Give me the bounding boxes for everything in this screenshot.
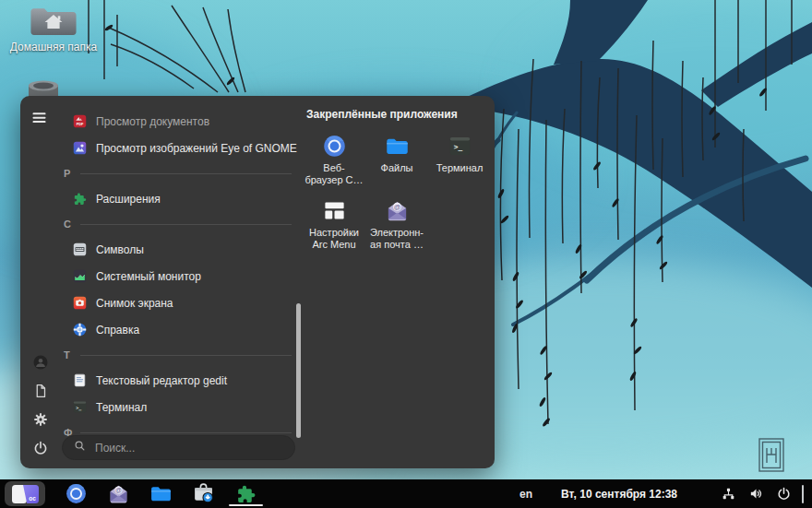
files-icon: [385, 134, 410, 159]
chromium-icon: [322, 134, 347, 159]
user-avatar-button[interactable]: [32, 354, 49, 371]
pinned-apps-title: Закреплённые приложения: [303, 108, 489, 121]
pinned-app-label: Электронн-ая почта …: [370, 227, 424, 251]
pinned-app-label: Файлы: [381, 162, 413, 174]
app-list: PDFПросмотр документовПросмотр изображен…: [61, 108, 299, 444]
pinned-app-label: Веб-браузер C…: [304, 162, 363, 186]
taskbar-app-chromium[interactable]: [65, 480, 88, 507]
terminal-icon: >_: [448, 134, 472, 159]
pinned-app-terminal[interactable]: >_Терминал: [428, 129, 491, 194]
menu-app-gedit[interactable]: Текстовый редактор gedit: [61, 367, 299, 394]
arc-menu: PDFПросмотр документовПросмотр изображен…: [20, 96, 495, 468]
taskbar-right: en Вт, 10 сентября 12:38: [519, 485, 812, 503]
arcmenu-icon: [322, 198, 347, 223]
power-icon[interactable]: [776, 486, 792, 502]
menu-app-help[interactable]: Справка: [61, 316, 299, 343]
svg-text:@: @: [115, 487, 122, 493]
svg-text:PDF: PDF: [77, 123, 84, 126]
home-folder-icon: [7, 6, 100, 37]
menu-app-label: Расширения: [96, 193, 161, 206]
desktop: Домашняя папка PDFПросмотр документовПро…: [0, 0, 812, 508]
pinned-apps-grid: Веб-браузер C…Файлы>_ТерминалНастройкиAr…: [303, 129, 489, 258]
pinned-app-email[interactable]: @Электронн-ая почта …: [365, 194, 428, 258]
search-box[interactable]: [62, 435, 295, 460]
panel-edge[interactable]: [802, 485, 804, 503]
menu-app-label: Текстовый редактор gedit: [96, 374, 227, 387]
section-header: С: [61, 212, 299, 236]
taskbar-apps: @: [65, 480, 257, 507]
taskbar: ос @ en Вт, 10 сентября 12:38: [0, 479, 812, 508]
screenshot-icon: [72, 295, 88, 311]
menu-app-label: Символы: [96, 243, 144, 256]
characters-icon: [72, 242, 88, 257]
gedit-icon: [72, 372, 88, 388]
sidebar-shortcuts: [20, 354, 61, 456]
pinned-app-label: НастройкиArc Menu: [309, 227, 359, 251]
taskbar-app-software[interactable]: [192, 480, 215, 507]
section-letter: С: [64, 219, 72, 230]
clock[interactable]: Вт, 10 сентября 12:38: [561, 488, 677, 501]
menu-app-label: Просмотр документов: [96, 115, 209, 128]
menu-app-evince[interactable]: PDFПросмотр документов: [61, 108, 299, 135]
scrollbar-thumb[interactable]: [296, 303, 301, 438]
menu-app-label: Просмотр изображений Eye of GNOME: [96, 142, 297, 155]
monitor-icon: [72, 268, 88, 284]
section-divider: [80, 173, 292, 174]
menu-app-label: Терминал: [96, 401, 147, 414]
section-header: Р: [61, 161, 299, 185]
running-indicator: [229, 504, 263, 506]
menu-app-monitor[interactable]: Системный монитор: [61, 263, 299, 289]
settings-gear-icon[interactable]: [32, 411, 49, 428]
arcmenu-button[interactable]: ос: [5, 481, 45, 506]
taskbar-app-files[interactable]: [149, 480, 173, 507]
pinned-app-arcmenu[interactable]: НастройкиArc Menu: [303, 194, 365, 258]
menu-app-label: Системный монитор: [96, 270, 201, 283]
pinned-app-chromium[interactable]: Веб-браузер C…: [303, 129, 365, 194]
search-input[interactable]: [93, 441, 284, 455]
menu-app-eog[interactable]: Просмотр изображений Eye of GNOME: [61, 135, 299, 161]
terminal-icon: >_: [72, 399, 88, 415]
desktop-icon-label: Домашняя папка: [7, 41, 100, 53]
menu-app-terminal[interactable]: >_Терминал: [61, 394, 299, 420]
taskbar-left: ос @: [0, 480, 257, 507]
svg-text:>_: >_: [453, 143, 462, 151]
section-divider: [80, 355, 292, 356]
pinned-app-label: Терминал: [436, 162, 484, 174]
email-icon: @: [385, 198, 410, 223]
menu-app-extensions[interactable]: Расширения: [61, 185, 299, 212]
section-header: Т: [61, 343, 299, 367]
keyboard-layout-indicator[interactable]: en: [519, 488, 532, 501]
menu-app-screenshot[interactable]: Снимок экрана: [61, 289, 299, 316]
section-divider: [80, 432, 292, 433]
menu-app-label: Снимок экрана: [96, 297, 173, 310]
svg-text:>_: >_: [76, 405, 81, 411]
network-icon[interactable]: [721, 486, 736, 502]
extensions-icon: [72, 191, 88, 207]
eog-icon: [72, 140, 88, 156]
hamburger-menu-icon[interactable]: [30, 108, 49, 127]
pinned-app-files[interactable]: Файлы: [365, 129, 428, 194]
section-divider: [80, 224, 292, 225]
desktop-icon-home[interactable]: Домашняя папка: [7, 6, 100, 53]
help-icon: [72, 322, 88, 337]
search-icon: [73, 439, 87, 456]
power-button[interactable]: [32, 440, 49, 456]
menu-app-characters[interactable]: Символы: [61, 236, 299, 263]
section-letter: Т: [64, 349, 72, 360]
taskbar-app-extensions[interactable]: [234, 480, 257, 507]
os-logo-text: ос: [29, 495, 36, 502]
pinned-apps-section: Закреплённые приложения Веб-браузер C…Фа…: [303, 108, 489, 258]
evince-icon: PDF: [72, 113, 88, 129]
svg-text:@: @: [393, 203, 400, 211]
menu-app-label: Справка: [96, 324, 139, 337]
documents-button[interactable]: [32, 383, 49, 399]
taskbar-app-email[interactable]: @: [107, 480, 130, 507]
volume-icon[interactable]: [748, 486, 764, 502]
section-letter: Р: [64, 168, 72, 179]
